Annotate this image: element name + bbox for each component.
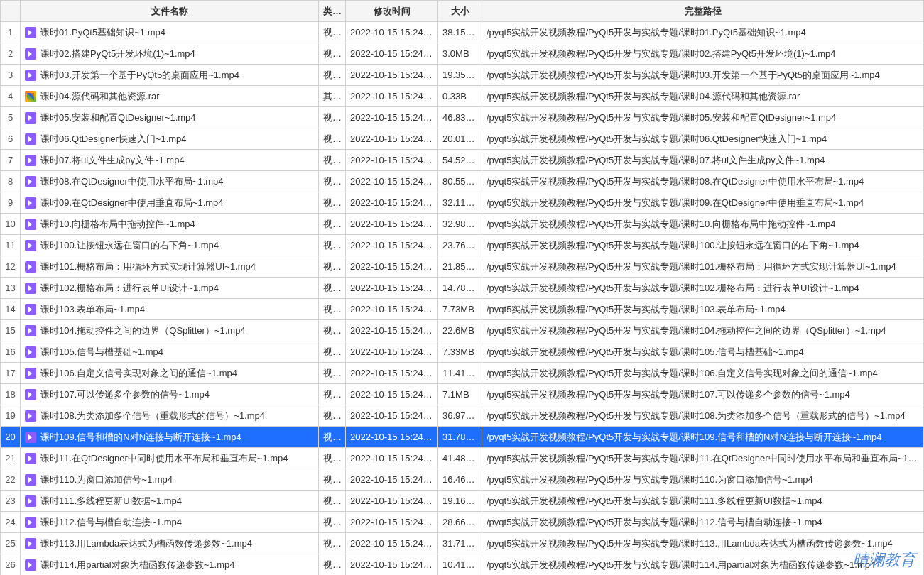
file-mtime: 2022-10-15 15:24:51 <box>346 86 438 107</box>
file-name-cell[interactable]: 课时101.栅格布局：用循环方式实现计算器UI~1.mp4 <box>21 256 319 278</box>
video-file-icon <box>25 240 36 251</box>
table-row[interactable]: 26课时114.用partial对象为槽函数传递参数~1.mp4视频2022-1… <box>1 554 924 576</box>
video-file-icon <box>25 219 36 230</box>
table-row[interactable]: 20课时109.信号和槽的N对N连接与断开连接~1.mp4视频2022-10-1… <box>1 427 924 448</box>
column-header-mtime[interactable]: 修改时间 <box>346 1 438 22</box>
file-mtime: 2022-10-15 15:24:50 <box>346 256 438 278</box>
file-name-cell[interactable]: 课时09.在QtDesigner中使用垂直布局~1.mp4 <box>21 192 319 214</box>
file-name-cell[interactable]: 课时112.信号与槽自动连接~1.mp4 <box>21 512 319 533</box>
table-row[interactable]: 21课时11.在QtDesigner中同时使用水平布局和垂直布局~1.mp4视频… <box>1 448 924 469</box>
row-number-header[interactable] <box>1 1 21 22</box>
file-name-label: 课时05.安装和配置QtDesigner~1.mp4 <box>40 112 196 123</box>
file-name-cell[interactable]: 课时05.安装和配置QtDesigner~1.mp4 <box>21 107 319 128</box>
file-size: 16.46MB <box>438 469 482 491</box>
row-number: 7 <box>1 150 21 171</box>
file-type: 视频 <box>319 192 346 214</box>
file-path: /pyqt5实战开发视频教程/PyQt5开发与实战专题/课时05.安装和配置Qt… <box>482 107 924 128</box>
file-name-cell[interactable]: 课时103.表单布局~1.mp4 <box>21 299 319 320</box>
file-name-cell[interactable]: 课时102.栅格布局：进行表单UI设计~1.mp4 <box>21 278 319 299</box>
file-path: /pyqt5实战开发视频教程/PyQt5开发与实战专题/课时103.表单布局~1… <box>482 299 924 320</box>
file-size: 3.0MB <box>438 43 482 65</box>
file-size: 0.33B <box>438 86 482 107</box>
video-file-icon <box>25 197 36 209</box>
table-row[interactable]: 8课时08.在QtDesigner中使用水平布局~1.mp4视频2022-10-… <box>1 171 924 192</box>
video-file-icon <box>25 346 36 358</box>
file-path: /pyqt5实战开发视频教程/PyQt5开发与实战专题/课时112.信号与槽自动… <box>482 512 924 533</box>
video-file-icon <box>25 517 36 528</box>
file-name-cell[interactable]: 课时07.将ui文件生成py文件~1.mp4 <box>21 150 319 171</box>
table-row[interactable]: 15课时104.拖动控件之间的边界（QSplitter）~1.mp4视频2022… <box>1 320 924 341</box>
table-row[interactable]: 17课时106.自定义信号实现对象之间的通信~1.mp4视频2022-10-15… <box>1 363 924 384</box>
video-file-icon <box>25 304 36 315</box>
file-path: /pyqt5实战开发视频教程/PyQt5开发与实战专题/课时01.PyQt5基础… <box>482 22 924 43</box>
file-path: /pyqt5实战开发视频教程/PyQt5开发与实战专题/课时102.栅格布局：进… <box>482 278 924 299</box>
file-name-cell[interactable]: 课时03.开发第一个基于PyQt5的桌面应用~1.mp4 <box>21 65 319 86</box>
table-row[interactable]: 9课时09.在QtDesigner中使用垂直布局~1.mp4视频2022-10-… <box>1 192 924 214</box>
file-type: 视频 <box>319 235 346 256</box>
table-row[interactable]: 14课时103.表单布局~1.mp4视频2022-10-15 15:24:517… <box>1 299 924 320</box>
table-row[interactable]: 3课时03.开发第一个基于PyQt5的桌面应用~1.mp4视频2022-10-1… <box>1 65 924 86</box>
file-name-cell[interactable]: 课时108.为类添加多个信号（重载形式的信号）~1.mp4 <box>21 405 319 427</box>
file-mtime: 2022-10-15 15:24:49 <box>346 192 438 214</box>
file-name-cell[interactable]: 课时111.多线程更新UI数据~1.mp4 <box>21 491 319 512</box>
row-number: 2 <box>1 43 21 65</box>
file-mtime: 2022-10-15 15:24:51 <box>346 299 438 320</box>
file-type: 视频 <box>319 150 346 171</box>
file-type: 视频 <box>319 22 346 43</box>
file-name-cell[interactable]: 课时04.源代码和其他资源.rar <box>21 86 319 107</box>
file-name-cell[interactable]: 课时06.QtDesigner快速入门~1.mp4 <box>21 128 319 150</box>
file-name-cell[interactable]: 课时10.向栅格布局中拖动控件~1.mp4 <box>21 214 319 235</box>
table-row[interactable]: 4课时04.源代码和其他资源.rar其他2022-10-15 15:24:510… <box>1 86 924 107</box>
file-name-cell[interactable]: 课时113.用Lambda表达式为槽函数传递参数~1.mp4 <box>21 533 319 554</box>
file-name-cell[interactable]: 课时107.可以传递多个参数的信号~1.mp4 <box>21 384 319 405</box>
file-name-label: 课时108.为类添加多个信号（重载形式的信号）~1.mp4 <box>40 410 265 421</box>
table-row[interactable]: 7课时07.将ui文件生成py文件~1.mp4视频2022-10-15 15:2… <box>1 150 924 171</box>
column-header-size[interactable]: 大小 <box>438 1 482 22</box>
table-row[interactable]: 10课时10.向栅格布局中拖动控件~1.mp4视频2022-10-15 15:2… <box>1 214 924 235</box>
row-number: 17 <box>1 363 21 384</box>
file-mtime: 2022-10-15 15:24:51 <box>346 554 438 576</box>
file-name-cell[interactable]: 课时08.在QtDesigner中使用水平布局~1.mp4 <box>21 171 319 192</box>
table-row[interactable]: 16课时105.信号与槽基础~1.mp4视频2022-10-15 15:24:5… <box>1 341 924 363</box>
file-name-cell[interactable]: 课时100.让按钮永远在窗口的右下角~1.mp4 <box>21 235 319 256</box>
column-header-path[interactable]: 完整路径 <box>482 1 924 22</box>
table-row[interactable]: 18课时107.可以传递多个参数的信号~1.mp4视频2022-10-15 15… <box>1 384 924 405</box>
table-row[interactable]: 25课时113.用Lambda表达式为槽函数传递参数~1.mp4视频2022-1… <box>1 533 924 554</box>
file-name-cell[interactable]: 课时106.自定义信号实现对象之间的通信~1.mp4 <box>21 363 319 384</box>
table-row[interactable]: 24课时112.信号与槽自动连接~1.mp4视频2022-10-15 15:24… <box>1 512 924 533</box>
row-number: 24 <box>1 512 21 533</box>
table-row[interactable]: 2课时02.搭建PyQt5开发环境(1)~1.mp4视频2022-10-15 1… <box>1 43 924 65</box>
video-file-icon <box>25 133 36 145</box>
file-name-cell[interactable]: 课时02.搭建PyQt5开发环境(1)~1.mp4 <box>21 43 319 65</box>
file-name-cell[interactable]: 课时01.PyQt5基础知识~1.mp4 <box>21 22 319 43</box>
table-row[interactable]: 5课时05.安装和配置QtDesigner~1.mp4视频2022-10-15 … <box>1 107 924 128</box>
file-name-cell[interactable]: 课时110.为窗口添加信号~1.mp4 <box>21 469 319 491</box>
table-row[interactable]: 11课时100.让按钮永远在窗口的右下角~1.mp4视频2022-10-15 1… <box>1 235 924 256</box>
file-name-cell[interactable]: 课时109.信号和槽的N对N连接与断开连接~1.mp4 <box>21 427 319 448</box>
file-name-cell[interactable]: 课时105.信号与槽基础~1.mp4 <box>21 341 319 363</box>
table-row[interactable]: 19课时108.为类添加多个信号（重载形式的信号）~1.mp4视频2022-10… <box>1 405 924 427</box>
file-size: 38.15MB <box>438 22 482 43</box>
file-size: 19.16MB <box>438 491 482 512</box>
table-row[interactable]: 12课时101.栅格布局：用循环方式实现计算器UI~1.mp4视频2022-10… <box>1 256 924 278</box>
column-header-type[interactable]: 类型 <box>319 1 346 22</box>
file-type: 视频 <box>319 256 346 278</box>
column-header-name[interactable]: 文件名称 <box>21 1 319 22</box>
table-row[interactable]: 22课时110.为窗口添加信号~1.mp4视频2022-10-15 15:24:… <box>1 469 924 491</box>
file-mtime: 2022-10-15 15:24:50 <box>346 469 438 491</box>
table-row[interactable]: 13课时102.栅格布局：进行表单UI设计~1.mp4视频2022-10-15 … <box>1 278 924 299</box>
row-number: 5 <box>1 107 21 128</box>
file-name-label: 课时107.可以传递多个参数的信号~1.mp4 <box>40 389 210 400</box>
file-name-label: 课时06.QtDesigner快速入门~1.mp4 <box>40 133 187 144</box>
file-name-cell[interactable]: 课时104.拖动控件之间的边界（QSplitter）~1.mp4 <box>21 320 319 341</box>
table-row[interactable]: 6课时06.QtDesigner快速入门~1.mp4视频2022-10-15 1… <box>1 128 924 150</box>
table-row[interactable]: 23课时111.多线程更新UI数据~1.mp4视频2022-10-15 15:2… <box>1 491 924 512</box>
table-row[interactable]: 1课时01.PyQt5基础知识~1.mp4视频2022-10-15 15:24:… <box>1 22 924 43</box>
file-size: 11.41MB <box>438 363 482 384</box>
file-name-cell[interactable]: 课时11.在QtDesigner中同时使用水平布局和垂直布局~1.mp4 <box>21 448 319 469</box>
file-size: 23.76MB <box>438 235 482 256</box>
file-name-cell[interactable]: 课时114.用partial对象为槽函数传递参数~1.mp4 <box>21 554 319 576</box>
file-path: /pyqt5实战开发视频教程/PyQt5开发与实战专题/课时06.QtDesig… <box>482 128 924 150</box>
file-name-label: 课时08.在QtDesigner中使用水平布局~1.mp4 <box>40 176 224 187</box>
file-size: 41.48MB <box>438 448 482 469</box>
